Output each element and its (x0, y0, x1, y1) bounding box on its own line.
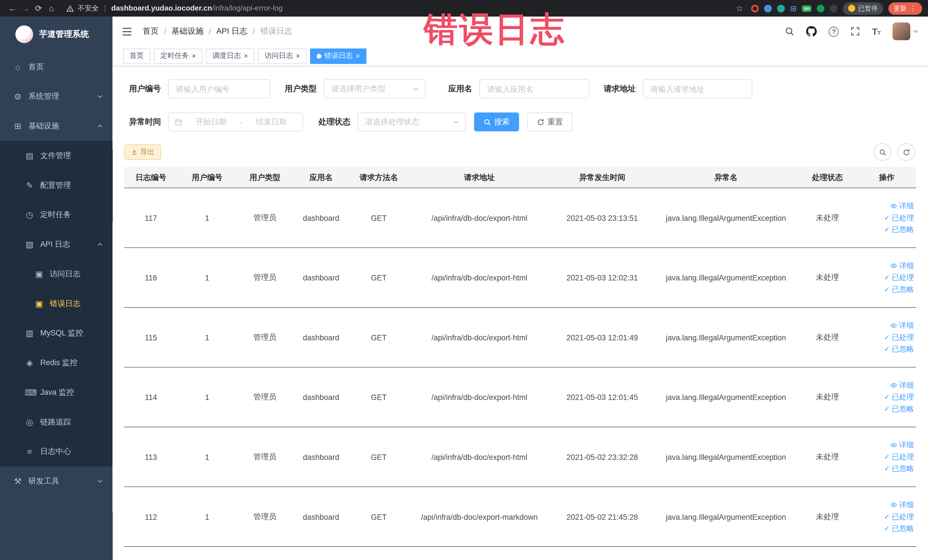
home-icon[interactable]: ⌂ (45, 3, 58, 13)
chevron-up-icon (97, 241, 103, 247)
paused-badge[interactable]: 已暂停 (843, 2, 883, 15)
reload-icon[interactable]: ⟳ (32, 3, 45, 13)
extension-icon-teal[interactable] (777, 5, 785, 12)
detail-link[interactable]: 详细 (890, 201, 914, 211)
sidebar-item-label: Redis 监控 (40, 357, 77, 368)
app-title: 芋道管理系统 (39, 29, 89, 40)
refresh-table-button[interactable] (897, 143, 915, 161)
process-link[interactable]: ✓已处理 (884, 512, 914, 522)
extension-icon-on-badge[interactable]: on (802, 5, 812, 12)
export-button[interactable]: 导出 (124, 144, 161, 160)
breadcrumb-separator: / (164, 27, 166, 36)
sidebar-item-file-management[interactable]: ▤ 文件管理 (0, 141, 112, 171)
ignore-label: 已忽略 (892, 224, 914, 235)
detail-link[interactable]: 详细 (890, 320, 914, 330)
process-link[interactable]: ✓已处理 (884, 392, 914, 402)
breadcrumb-api-logs[interactable]: API 日志 (216, 26, 247, 37)
sidebar-item-label: 首页 (29, 62, 44, 72)
sidebar-item-system-management[interactable]: ⚙ 系统管理 (0, 82, 112, 111)
bookmark-star-icon[interactable]: ☆ (733, 3, 746, 13)
tab-scheduled-tasks[interactable]: 定时任务 × (154, 48, 202, 64)
update-button[interactable]: 更新 ⋮ (888, 2, 922, 15)
table-row: 112 1 管理员 dashboard GET /api/infra/db-do… (124, 487, 916, 547)
ignore-link[interactable]: ✓已忽略 (884, 284, 914, 294)
exception-time-range-picker[interactable]: 开始日期 - 结束日期 (168, 112, 303, 131)
address-bar[interactable]: dashboard.yudao.iocoder.cn/infra/log/api… (111, 4, 283, 12)
detail-link[interactable]: 详细 (890, 380, 914, 390)
cell-method: GET (349, 333, 408, 342)
process-link[interactable]: ✓已处理 (884, 333, 914, 342)
detail-label: 详细 (899, 380, 914, 390)
app-logo-row[interactable]: 芋道管理系统 (0, 17, 112, 52)
breadcrumb-home[interactable]: 首页 (143, 26, 159, 37)
sidebar-item-log-center[interactable]: ≡ 日志中心 (0, 437, 112, 467)
sidebar-item-mysql-monitor[interactable]: ▥ MySQL 监控 (0, 318, 112, 348)
reset-button[interactable]: 重置 (528, 112, 572, 131)
sidebar-item-error-logs[interactable]: ▣ 错误日志 (0, 289, 112, 318)
site-security-chip[interactable]: 不安全 (66, 3, 99, 13)
app-name-input[interactable] (479, 79, 590, 98)
extension-icon-grid[interactable]: ⊞ (790, 5, 797, 12)
ignore-link[interactable]: ✓已忽略 (884, 464, 914, 474)
sidebar-item-home[interactable]: ⌂ 首页 (0, 52, 112, 82)
ignore-link[interactable]: ✓已忽略 (884, 523, 914, 534)
tab-home[interactable]: 首页 (123, 48, 150, 64)
extension-icon-blue[interactable] (764, 5, 772, 12)
fullscreen-icon[interactable] (851, 26, 860, 36)
process-link[interactable]: ✓已处理 (884, 272, 914, 282)
end-date-placeholder[interactable]: 结束日期 (246, 117, 296, 127)
start-date-placeholder[interactable]: 开始日期 (186, 117, 236, 127)
sidebar-item-config-management[interactable]: ✎ 配置管理 (0, 171, 112, 200)
detail-link[interactable]: 详细 (890, 261, 914, 271)
close-icon[interactable]: × (296, 52, 300, 60)
extension-icon-dark[interactable] (830, 5, 838, 12)
sidebar-item-redis-monitor[interactable]: ◈ Redis 监控 (0, 348, 112, 378)
detail-link[interactable]: 详细 (890, 440, 914, 450)
process-label: 已处理 (892, 333, 914, 342)
table-row: 117 1 管理员 dashboard GET /api/infra/db-do… (124, 188, 916, 248)
forward-icon[interactable]: → (19, 3, 32, 13)
filter-row-1: 用户编号 用户类型 请选择用户类型 应用名 请求地址 (124, 79, 916, 98)
close-icon[interactable]: × (192, 52, 196, 60)
trace-icon: ◎ (25, 417, 34, 427)
close-icon[interactable]: × (244, 52, 248, 60)
url-host: dashboard.yudao.iocoder.cn (111, 4, 212, 12)
process-link[interactable]: ✓已处理 (884, 213, 914, 223)
request-url-input[interactable] (643, 79, 752, 98)
sidebar-item-java-monitor[interactable]: ⌨ Java 监控 (0, 378, 112, 407)
browser-menu-icon[interactable]: ⋮ (910, 4, 917, 12)
user-avatar[interactable] (893, 23, 919, 40)
cell-user-id: 1 (177, 214, 237, 222)
ignore-link[interactable]: ✓已忽略 (884, 224, 914, 235)
hamburger-icon[interactable] (122, 27, 132, 36)
detail-link[interactable]: 详细 (890, 500, 914, 510)
cell-app-name: dashboard (293, 452, 349, 461)
search-button[interactable]: 搜索 (474, 112, 519, 131)
toggle-search-button[interactable] (873, 143, 891, 161)
sidebar-item-api-logs[interactable]: ▨ API 日志 (0, 230, 112, 259)
cell-app-name: dashboard (293, 512, 349, 521)
breadcrumb-infrastructure[interactable]: 基础设施 (171, 26, 203, 37)
user-id-input[interactable] (168, 79, 270, 98)
sidebar-item-dev-tools[interactable]: ⚒ 研发工具 (0, 467, 112, 496)
extension-icon-green[interactable] (817, 5, 824, 12)
search-icon[interactable] (785, 26, 795, 36)
sidebar-item-link-tracing[interactable]: ◎ 链路追踪 (0, 407, 112, 437)
process-link[interactable]: ✓已处理 (884, 452, 914, 462)
github-icon[interactable] (806, 26, 817, 37)
sidebar-item-scheduled-tasks[interactable]: ◷ 定时任务 (0, 200, 112, 230)
help-icon[interactable]: ? (829, 26, 839, 36)
close-icon[interactable]: × (356, 52, 360, 60)
user-type-select[interactable]: 请选择用户类型 (324, 79, 426, 98)
font-size-icon[interactable]: TT (872, 27, 881, 36)
tab-access-logs[interactable]: 访问日志 × (258, 48, 307, 64)
extension-icon-target[interactable] (751, 5, 759, 12)
process-status-select[interactable]: 请选择处理状态 (357, 112, 466, 131)
sidebar-item-access-logs[interactable]: ▣ 访问日志 (0, 259, 112, 289)
ignore-link[interactable]: ✓已忽略 (884, 344, 914, 354)
sidebar-item-infrastructure[interactable]: ⊞ 基础设施 (0, 111, 112, 141)
ignore-link[interactable]: ✓已忽略 (884, 404, 914, 414)
back-icon[interactable]: ← (6, 3, 19, 13)
tab-dispatch-logs[interactable]: 调度日志 × (206, 48, 255, 64)
tab-error-logs[interactable]: 错误日志 × (310, 48, 366, 64)
